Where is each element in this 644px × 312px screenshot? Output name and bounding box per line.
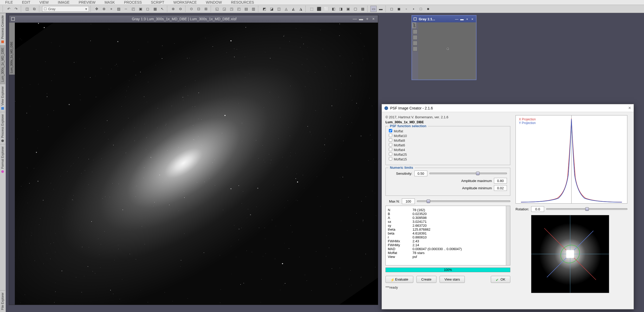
tb1-icon[interactable]: ◱ [214, 6, 220, 12]
menu-preview[interactable]: PREVIEW [79, 0, 95, 4]
menu-file[interactable]: FILE [5, 0, 13, 4]
rotation-slider[interactable] [546, 208, 627, 210]
select-icon[interactable]: ◻ [145, 6, 151, 12]
tb10-icon[interactable]: ◬ [283, 6, 289, 12]
chk-moffat6[interactable]: Moffat6 [389, 143, 507, 147]
view-selector[interactable]: Gray▾ [42, 6, 89, 12]
rotation-input[interactable] [531, 206, 544, 212]
menu-process[interactable]: PROCESS [124, 0, 142, 4]
pointer-icon[interactable]: ↖ [159, 6, 165, 12]
ok-button[interactable]: ✔OK [491, 276, 510, 283]
shade-icon[interactable]: ▬ [359, 17, 363, 21]
psf-content[interactable] [418, 22, 476, 80]
sensitivity-slider[interactable] [429, 173, 507, 174]
tb15-icon[interactable]: ⬜ [323, 6, 329, 12]
tb6-icon[interactable]: ▥ [250, 6, 256, 12]
chk-moffat8[interactable]: Moffat8 [389, 138, 507, 142]
evaluate-button[interactable]: ⚡Evaluate [385, 276, 413, 283]
tb7-icon[interactable]: ◩ [261, 6, 267, 12]
maximize-icon[interactable]: + [365, 17, 370, 21]
menu-view[interactable]: VIEW [39, 0, 49, 4]
sidetab-file-explorer[interactable]: File Explorer [0, 290, 5, 312]
psf-close-icon[interactable]: × [470, 17, 474, 21]
chk-moffat[interactable]: Moffat [389, 129, 507, 133]
tb18-icon[interactable]: ▣ [345, 6, 351, 12]
tb13-icon[interactable]: ⬚ [308, 6, 315, 12]
chk-moffat25[interactable]: Moffat25 [389, 152, 507, 157]
image-view[interactable]: // sprinkle stars (function(){ var area=… [15, 23, 378, 305]
undo-icon[interactable]: ↶ [6, 6, 12, 12]
maxn-slider[interactable] [417, 200, 510, 202]
close-icon[interactable]: × [371, 17, 376, 21]
psf-shade-icon[interactable]: ▬ [460, 17, 464, 21]
preview-icon[interactable]: ◰ [130, 6, 136, 12]
viewstars-button[interactable]: View stars [440, 276, 465, 283]
tb16-icon[interactable]: ◧ [330, 6, 337, 12]
psf-tool2-icon[interactable] [413, 35, 417, 40]
menu-edit[interactable]: EDIT [22, 0, 30, 4]
tb19-icon[interactable]: ▢ [352, 6, 358, 12]
chk-moffat4[interactable]: Moffat4 [389, 148, 507, 152]
readout-icon[interactable]: ▣ [137, 6, 144, 12]
scroll-icon[interactable]: ↔ [123, 6, 129, 12]
menu-script[interactable]: SCRIPT [151, 0, 164, 4]
tb22-icon[interactable]: ▬ [378, 6, 384, 12]
create-button[interactable]: Create [416, 276, 436, 283]
center-icon[interactable]: ⊕ [101, 6, 107, 12]
dialog-titlebar[interactable]: PSF Image Creator - 2.1.6 × [382, 104, 634, 112]
menu-image[interactable]: IMAGE [58, 0, 69, 4]
sidetab-process-explorer[interactable]: Process Explorer [0, 112, 5, 144]
chk-moffat15[interactable]: Moffat15 [389, 157, 507, 161]
sidetab-view-explorer[interactable]: View Explorer [0, 84, 5, 112]
sidetab-process-console[interactable]: Process Console [0, 13, 5, 45]
move-icon[interactable]: ✥ [94, 6, 100, 12]
tb25-icon[interactable]: ▫ [403, 6, 409, 12]
dialog-close-icon[interactable]: × [628, 105, 631, 111]
psf-minimize-icon[interactable]: — [455, 17, 459, 21]
fit-icon[interactable]: ⌖ [108, 6, 114, 12]
redo-icon[interactable]: ↷ [13, 6, 19, 12]
tb3-icon[interactable]: ◳ [228, 6, 235, 12]
sensitivity-input[interactable] [414, 171, 427, 176]
image-tab[interactable]: Lum_300s_1x_MD_DBE [9, 23, 15, 75]
tb11-icon[interactable]: ◭ [290, 6, 297, 12]
menu-window[interactable]: WINDOW [206, 0, 222, 4]
psf-tool1-icon[interactable] [413, 29, 417, 34]
zoomin-icon[interactable]: ⊕ [170, 6, 176, 12]
zoomout-icon[interactable]: ⊖ [177, 6, 184, 12]
grid-icon[interactable]: ▦ [152, 6, 158, 12]
tb17-icon[interactable]: ◨ [338, 6, 344, 12]
tb9-icon[interactable]: ◫ [276, 6, 282, 12]
tb8-icon[interactable]: ◪ [268, 6, 275, 12]
psf-tool3-icon[interactable] [413, 41, 417, 46]
menu-resources[interactable]: RESOURCES [231, 0, 254, 4]
ampmin-input[interactable] [494, 185, 507, 191]
tb14-icon[interactable]: ⬛ [316, 6, 322, 12]
tb21-icon[interactable]: ▭ [370, 6, 377, 12]
psf-titlebar[interactable]: Gray 1:1... — ▬ + × [412, 16, 476, 22]
tb4-icon[interactable]: ◰ [236, 6, 242, 12]
chk-moffat10[interactable]: Moffat10 [389, 134, 507, 138]
sidetab-image[interactable]: Lum_300s_1x_MD_DBE [0, 45, 5, 84]
zoom1-icon[interactable]: ⊙ [188, 6, 195, 12]
history-icon[interactable]: ⧉ [31, 6, 37, 12]
tb20-icon[interactable]: ▩ [359, 6, 366, 12]
results-scrollbar[interactable] [506, 206, 510, 265]
tb5-icon[interactable]: ▤ [243, 6, 249, 12]
menu-mask[interactable]: MASK [105, 0, 115, 4]
tb24-icon[interactable]: ◼ [396, 6, 402, 12]
ampmax-input[interactable] [494, 178, 507, 184]
tb26-icon[interactable]: ▪ [410, 6, 417, 12]
menu-workspace[interactable]: WORKSPACE [173, 0, 197, 4]
tb28-icon[interactable]: ■ [425, 6, 431, 12]
tb12-icon[interactable]: ◮ [298, 6, 304, 12]
crop-icon[interactable]: ▨ [115, 6, 122, 12]
clone-icon[interactable]: ◫ [24, 6, 30, 12]
maxn-input[interactable] [402, 198, 415, 204]
sidetab-format-explorer[interactable]: Format Explorer [0, 144, 5, 175]
tb2-icon[interactable]: ◲ [221, 6, 227, 12]
minimize-icon[interactable]: — [352, 17, 357, 21]
zoom11-icon[interactable]: ⊞ [203, 6, 209, 12]
tb27-icon[interactable]: □ [418, 6, 424, 12]
image-titlebar[interactable]: Gray 1:3 Lum_300s_1x_MD_DBE | Lum_300s_1… [9, 15, 378, 23]
